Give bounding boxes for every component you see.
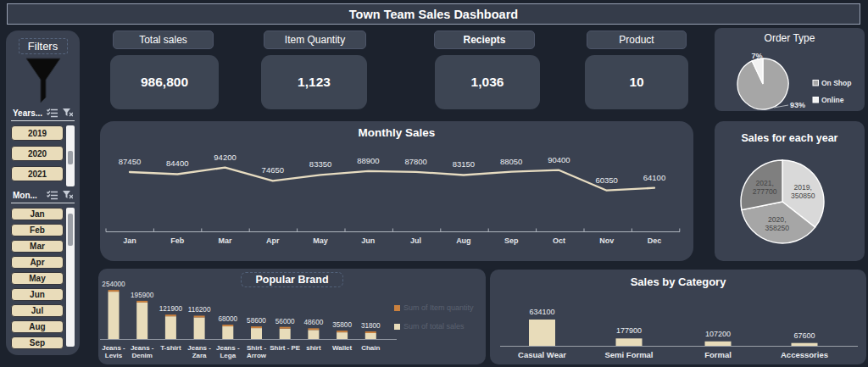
svg-text:67600: 67600 — [793, 331, 815, 340]
svg-text:56000: 56000 — [275, 318, 295, 325]
svg-text:Accessories: Accessories — [781, 350, 828, 359]
months-slicer-items: JanFebMarAprMayJunJulAugSep — [11, 208, 64, 347]
years-scrollbar[interactable] — [66, 125, 75, 186]
svg-text:58600: 58600 — [247, 317, 266, 325]
svg-text:Feb: Feb — [170, 236, 185, 245]
slicer-button-month-mar[interactable]: Mar — [11, 240, 64, 253]
svg-text:Zara: Zara — [192, 352, 207, 359]
kpi-value-reciepts: 1,036 — [435, 55, 540, 109]
months-slicer: Mon... JanFebMarAprMayJunJulAugSep — [11, 191, 75, 347]
svg-text:Chain: Chain — [361, 344, 380, 352]
svg-text:Jeans -: Jeans - — [216, 344, 240, 352]
svg-text:Jul: Jul — [410, 236, 421, 245]
svg-text:Aug: Aug — [456, 236, 471, 245]
svg-text:Jeans -: Jeans - — [102, 344, 125, 352]
svg-text:94200: 94200 — [214, 153, 236, 162]
svg-text:74650: 74650 — [262, 165, 284, 175]
slicer-button-year-2019[interactable]: 2019 — [11, 125, 64, 141]
svg-text:Sep: Sep — [504, 236, 519, 245]
slicer-button-month-jun[interactable]: Jun — [11, 288, 64, 301]
svg-text:350850: 350850 — [791, 192, 815, 200]
svg-text:88900: 88900 — [357, 156, 379, 165]
popular-brand-panel: Popular Brand 254000Jeans -Levis195900Je… — [98, 269, 486, 364]
svg-text:shirt: shirt — [306, 344, 321, 352]
kpi-value-item-quantity: 1,123 — [261, 55, 367, 109]
slicer-button-month-jul[interactable]: Jul — [11, 304, 64, 317]
svg-text:2019,: 2019, — [793, 183, 812, 192]
svg-text:116200: 116200 — [188, 306, 211, 314]
slicer-button-month-jan[interactable]: Jan — [11, 208, 64, 220]
svg-text:60350: 60350 — [595, 175, 617, 185]
filters-panel: Filters Years... — [6, 31, 80, 355]
svg-text:87450: 87450 — [119, 157, 141, 166]
svg-text:93%: 93% — [790, 101, 805, 109]
years-slicer-title: Years... — [13, 108, 42, 118]
svg-text:634100: 634100 — [529, 308, 554, 316]
svg-text:Semi Formal: Semi Formal — [604, 350, 653, 359]
svg-text:88050: 88050 — [500, 157, 522, 166]
svg-text:177900: 177900 — [616, 326, 642, 335]
svg-text:90400: 90400 — [548, 155, 570, 164]
kpi-label-item-quantity: Item Quantity — [264, 31, 366, 49]
svg-text:Sum of Item quantity: Sum of Item quantity — [403, 303, 474, 312]
svg-text:358250: 358250 — [765, 224, 789, 232]
slicer-button-month-aug[interactable]: Aug — [11, 320, 64, 333]
slicer-button-month-may[interactable]: May — [11, 272, 64, 285]
order-type-pie-chart: 7%93%On ShopOnline — [715, 28, 865, 111]
sales-category-bar-chart: 634100Casual Wear177900Semi Formal107200… — [490, 270, 866, 364]
multiselect-icon[interactable] — [47, 191, 58, 200]
svg-text:107200: 107200 — [705, 330, 731, 338]
svg-text:Denim: Denim — [131, 352, 152, 359]
svg-text:Wallet: Wallet — [332, 344, 353, 352]
dashboard-title-bar: Town Team Sales Dashboard — [7, 3, 860, 25]
svg-text:Oct: Oct — [553, 236, 565, 245]
svg-text:Arrow: Arrow — [247, 352, 267, 359]
clear-filter-icon[interactable] — [63, 108, 73, 118]
months-scrollbar-thumb[interactable] — [68, 214, 73, 246]
svg-text:Formal: Formal — [704, 350, 732, 359]
svg-text:Mar: Mar — [219, 236, 233, 245]
months-scrollbar[interactable] — [66, 208, 75, 347]
svg-text:Apr: Apr — [266, 236, 280, 245]
order-type-panel: Order Type 7%93%On ShopOnline — [715, 28, 865, 111]
svg-text:Online: Online — [821, 96, 844, 104]
years-slicer-items: 201920202021 — [11, 125, 64, 186]
svg-text:Jun: Jun — [361, 236, 375, 245]
svg-text:7%: 7% — [751, 52, 762, 60]
svg-text:Jeans -: Jeans - — [131, 344, 154, 352]
years-scrollbar-thumb[interactable] — [68, 151, 73, 164]
svg-text:277700: 277700 — [753, 187, 777, 196]
svg-text:Shirt - PE: Shirt - PE — [270, 344, 301, 352]
svg-text:Jan: Jan — [123, 236, 136, 245]
monthly-sales-panel: Monthly Sales 87450844009420074650833508… — [100, 121, 693, 261]
svg-text:87800: 87800 — [404, 157, 426, 166]
svg-text:Shirt -: Shirt - — [247, 344, 266, 352]
sales-year-panel: Sales for each year 2019,3508502020,3582… — [715, 121, 865, 261]
clear-filter-icon[interactable] — [63, 191, 73, 200]
slicer-button-month-feb[interactable]: Feb — [11, 224, 64, 236]
kpi-label-total-sales: Total sales — [113, 31, 214, 49]
svg-text:121900: 121900 — [159, 305, 183, 313]
svg-text:May: May — [313, 236, 328, 245]
svg-text:64100: 64100 — [643, 173, 665, 182]
svg-text:254000: 254000 — [102, 281, 125, 288]
svg-text:83350: 83350 — [309, 159, 331, 169]
svg-text:31800: 31800 — [361, 322, 381, 330]
svg-text:Lega: Lega — [220, 352, 236, 359]
slicer-button-month-sep[interactable]: Sep — [11, 336, 64, 349]
filters-title: Filters — [19, 38, 68, 54]
svg-text:Nov: Nov — [599, 236, 614, 245]
svg-text:2021,: 2021, — [755, 179, 774, 187]
sales-category-panel: Sales by Category 634100Casual Wear17790… — [490, 270, 866, 364]
slicer-button-year-2021[interactable]: 2021 — [11, 166, 64, 181]
svg-text:Levis: Levis — [105, 352, 123, 359]
svg-text:Dec: Dec — [648, 236, 662, 245]
multiselect-icon[interactable] — [47, 108, 58, 118]
popular-brand-bar-chart: 254000Jeans -Levis195900Jeans -Denim1219… — [98, 269, 486, 364]
dashboard-root: Town Team Sales Dashboard Filters Years.… — [0, 0, 868, 367]
page-title: Town Team Sales Dashboard — [349, 8, 518, 21]
slicer-button-month-apr[interactable]: Apr — [11, 256, 64, 269]
svg-text:Sum of total sales: Sum of total sales — [403, 322, 465, 331]
slicer-button-year-2020[interactable]: 2020 — [11, 146, 64, 161]
kpi-label-product: Product — [587, 31, 687, 49]
